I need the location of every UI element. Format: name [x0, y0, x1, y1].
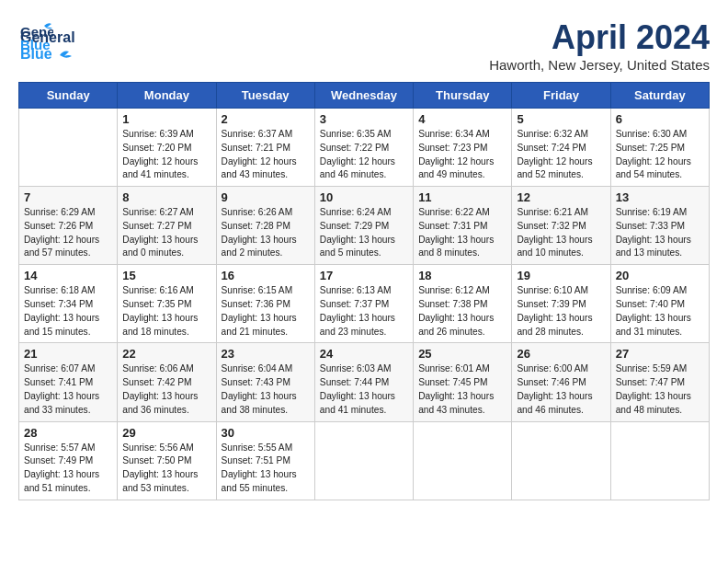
calendar-cell: 10Sunrise: 6:24 AMSunset: 7:29 PMDayligh… [314, 187, 413, 265]
day-info: Sunrise: 6:06 AMSunset: 7:42 PMDaylight:… [122, 362, 210, 417]
day-number: 7 [24, 190, 112, 204]
day-number: 1 [122, 112, 210, 126]
day-info: Sunrise: 6:29 AMSunset: 7:26 PMDaylight:… [24, 206, 112, 260]
day-info: Sunrise: 6:37 AMSunset: 7:21 PMDaylight:… [222, 128, 310, 182]
calendar-cell: 3Sunrise: 6:35 AMSunset: 7:22 PMDaylight… [314, 109, 413, 187]
calendar-cell: 20Sunrise: 6:09 AMSunset: 7:40 PMDayligh… [610, 265, 709, 343]
day-info: Sunrise: 6:13 AMSunset: 7:37 PMDaylight:… [320, 284, 408, 339]
calendar-cell: 1Sunrise: 6:39 AMSunset: 7:20 PMDaylight… [118, 109, 216, 187]
day-info: Sunrise: 6:27 AMSunset: 7:27 PMDaylight:… [122, 206, 210, 260]
day-info: Sunrise: 6:19 AMSunset: 7:33 PMDaylight:… [616, 206, 704, 260]
calendar-cell: 2Sunrise: 6:37 AMSunset: 7:21 PMDaylight… [216, 109, 314, 187]
column-header-tuesday: Tuesday [216, 83, 314, 109]
day-number: 24 [320, 347, 408, 361]
day-number: 16 [222, 269, 310, 282]
day-number: 10 [320, 190, 408, 204]
calendar-table: SundayMondayTuesdayWednesdayThursdayFrid… [18, 82, 710, 500]
calendar-cell [414, 421, 512, 500]
calendar-cell [19, 109, 118, 187]
day-info: Sunrise: 6:10 AMSunset: 7:39 PMDaylight:… [517, 284, 605, 339]
day-number: 6 [616, 112, 704, 126]
day-info: Sunrise: 6:18 AMSunset: 7:34 PMDaylight:… [24, 284, 112, 339]
day-info: Sunrise: 6:12 AMSunset: 7:38 PMDaylight:… [418, 284, 506, 339]
calendar-cell: 30Sunrise: 5:55 AMSunset: 7:51 PMDayligh… [216, 421, 314, 500]
day-number: 4 [418, 112, 506, 126]
calendar-cell: 27Sunrise: 5:59 AMSunset: 7:47 PMDayligh… [610, 343, 709, 421]
day-info: Sunrise: 5:56 AMSunset: 7:50 PMDaylight:… [122, 442, 210, 496]
day-info: Sunrise: 5:55 AMSunset: 7:51 PMDaylight:… [222, 442, 310, 496]
svg-text:Blue: Blue [20, 37, 51, 52]
logo-icon: General Blue [18, 18, 53, 53]
day-info: Sunrise: 6:22 AMSunset: 7:31 PMDaylight:… [418, 206, 506, 260]
day-number: 23 [222, 347, 310, 361]
day-number: 15 [122, 269, 210, 282]
day-info: Sunrise: 6:00 AMSunset: 7:46 PMDaylight:… [517, 362, 605, 417]
day-info: Sunrise: 6:26 AMSunset: 7:28 PMDaylight:… [222, 206, 310, 260]
calendar-cell: 14Sunrise: 6:18 AMSunset: 7:34 PMDayligh… [19, 265, 118, 343]
calendar-cell: 18Sunrise: 6:12 AMSunset: 7:38 PMDayligh… [414, 265, 512, 343]
day-number: 11 [418, 190, 506, 204]
calendar-cell: 16Sunrise: 6:15 AMSunset: 7:36 PMDayligh… [216, 265, 314, 343]
column-header-wednesday: Wednesday [314, 83, 413, 109]
day-info: Sunrise: 6:03 AMSunset: 7:44 PMDaylight:… [320, 362, 408, 417]
day-info: Sunrise: 6:32 AMSunset: 7:24 PMDaylight:… [517, 128, 605, 182]
calendar-cell: 4Sunrise: 6:34 AMSunset: 7:23 PMDaylight… [414, 109, 512, 187]
column-header-saturday: Saturday [610, 83, 709, 109]
calendar-cell: 12Sunrise: 6:21 AMSunset: 7:32 PMDayligh… [512, 187, 610, 265]
calendar-cell: 11Sunrise: 6:22 AMSunset: 7:31 PMDayligh… [414, 187, 512, 265]
calendar-cell: 28Sunrise: 5:57 AMSunset: 7:49 PMDayligh… [19, 421, 118, 500]
calendar-cell: 6Sunrise: 6:30 AMSunset: 7:25 PMDaylight… [610, 109, 709, 187]
logo: General Blue General Blue [18, 18, 75, 63]
day-number: 18 [418, 269, 506, 282]
calendar-cell: 9Sunrise: 6:26 AMSunset: 7:28 PMDaylight… [216, 187, 314, 265]
day-number: 5 [517, 112, 605, 126]
bird-icon [54, 48, 74, 63]
column-header-friday: Friday [512, 83, 610, 109]
day-number: 17 [320, 269, 408, 282]
day-number: 25 [418, 347, 506, 361]
day-number: 9 [222, 190, 310, 204]
day-number: 14 [24, 269, 112, 282]
day-info: Sunrise: 6:21 AMSunset: 7:32 PMDaylight:… [517, 206, 605, 260]
day-number: 30 [222, 426, 310, 440]
day-info: Sunrise: 6:39 AMSunset: 7:20 PMDaylight:… [122, 128, 210, 182]
week-row-1: 1Sunrise: 6:39 AMSunset: 7:20 PMDaylight… [19, 109, 710, 187]
calendar-cell [314, 421, 413, 500]
day-info: Sunrise: 6:35 AMSunset: 7:22 PMDaylight:… [320, 128, 408, 182]
day-number: 2 [222, 112, 310, 126]
calendar-cell: 26Sunrise: 6:00 AMSunset: 7:46 PMDayligh… [512, 343, 610, 421]
title-block: April 2024 Haworth, New Jersey, United S… [489, 18, 710, 73]
calendar-cell: 5Sunrise: 6:32 AMSunset: 7:24 PMDaylight… [512, 109, 610, 187]
day-info: Sunrise: 6:01 AMSunset: 7:45 PMDaylight:… [418, 362, 506, 417]
header-row: SundayMondayTuesdayWednesdayThursdayFrid… [19, 83, 710, 109]
day-number: 3 [320, 112, 408, 126]
week-row-2: 7Sunrise: 6:29 AMSunset: 7:26 PMDaylight… [19, 187, 710, 265]
week-row-3: 14Sunrise: 6:18 AMSunset: 7:34 PMDayligh… [19, 265, 710, 343]
calendar-cell [610, 421, 709, 500]
day-info: Sunrise: 6:16 AMSunset: 7:35 PMDaylight:… [122, 284, 210, 339]
calendar-cell: 19Sunrise: 6:10 AMSunset: 7:39 PMDayligh… [512, 265, 610, 343]
calendar-cell: 23Sunrise: 6:04 AMSunset: 7:43 PMDayligh… [216, 343, 314, 421]
day-number: 26 [517, 347, 605, 361]
calendar-cell: 15Sunrise: 6:16 AMSunset: 7:35 PMDayligh… [118, 265, 216, 343]
calendar-cell: 21Sunrise: 6:07 AMSunset: 7:41 PMDayligh… [19, 343, 118, 421]
column-header-sunday: Sunday [19, 83, 118, 109]
column-header-monday: Monday [118, 83, 216, 109]
day-info: Sunrise: 6:34 AMSunset: 7:23 PMDaylight:… [418, 128, 506, 182]
column-header-thursday: Thursday [414, 83, 512, 109]
day-number: 28 [24, 426, 112, 440]
day-info: Sunrise: 6:15 AMSunset: 7:36 PMDaylight:… [222, 284, 310, 339]
day-number: 29 [122, 426, 210, 440]
day-info: Sunrise: 6:24 AMSunset: 7:29 PMDaylight:… [320, 206, 408, 260]
day-number: 21 [24, 347, 112, 361]
calendar-cell [512, 421, 610, 500]
day-info: Sunrise: 6:04 AMSunset: 7:43 PMDaylight:… [222, 362, 310, 417]
day-number: 8 [122, 190, 210, 204]
calendar-cell: 8Sunrise: 6:27 AMSunset: 7:27 PMDaylight… [118, 187, 216, 265]
day-info: Sunrise: 6:07 AMSunset: 7:41 PMDaylight:… [24, 362, 112, 417]
calendar-cell: 7Sunrise: 6:29 AMSunset: 7:26 PMDaylight… [19, 187, 118, 265]
day-number: 27 [616, 347, 704, 361]
location: Haworth, New Jersey, United States [489, 57, 710, 73]
day-info: Sunrise: 5:57 AMSunset: 7:49 PMDaylight:… [24, 442, 112, 496]
day-info: Sunrise: 6:30 AMSunset: 7:25 PMDaylight:… [616, 128, 704, 182]
